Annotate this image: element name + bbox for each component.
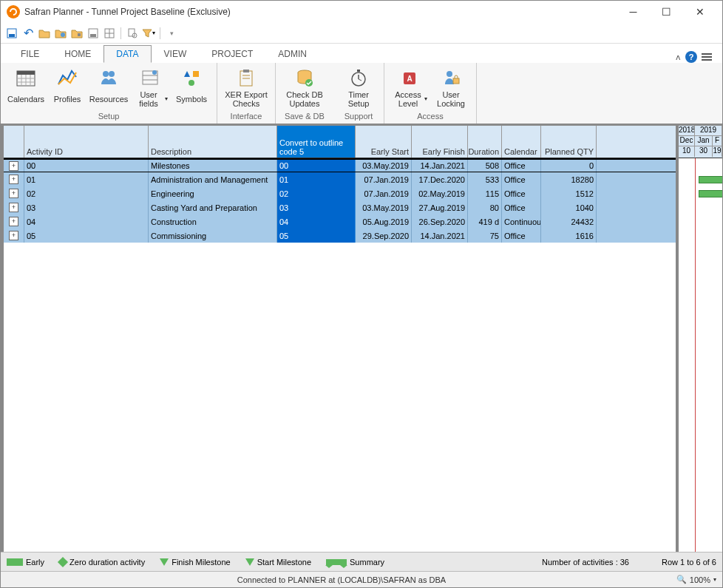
close-button[interactable]: ✕	[683, 1, 716, 22]
cell-cal[interactable]: Office	[502, 172, 541, 186]
gantt-bar[interactable]	[699, 190, 722, 197]
cell-convert[interactable]: 03	[277, 200, 356, 214]
table-row[interactable]: +00Milestones0003.May.201914.Jan.2021508…	[4, 158, 676, 172]
timer-setup-button[interactable]: Timer Setup	[338, 66, 379, 110]
expand-cell[interactable]: +	[4, 172, 24, 186]
col-activity-id[interactable]: Activity ID	[24, 126, 149, 158]
plus-icon[interactable]: +	[9, 203, 18, 212]
cell-dur[interactable]: 115	[468, 186, 502, 200]
grid-icon[interactable]	[103, 27, 116, 40]
col-early-start[interactable]: Early Start	[356, 126, 412, 158]
cell-dur[interactable]: 508	[468, 160, 502, 172]
filter-icon[interactable]: ▾	[142, 27, 155, 40]
expand-cell[interactable]: +	[4, 229, 24, 243]
profiles-button[interactable]: Profiles	[47, 66, 88, 110]
access-level-button[interactable]: A Access Level ▾	[389, 66, 430, 110]
cell-es[interactable]: 07.Jan.2019	[356, 172, 412, 186]
cell-cal[interactable]: Continuou	[502, 214, 541, 229]
cell-convert[interactable]: 05	[277, 229, 356, 243]
cell-desc[interactable]: Milestones	[149, 160, 277, 172]
table-row[interactable]: +04Construction0405.Aug.201926.Sep.20204…	[4, 214, 676, 229]
cell-ef[interactable]: 14.Jan.2021	[412, 229, 468, 243]
cell-convert[interactable]: 02	[277, 186, 356, 200]
print-preview-icon[interactable]	[126, 27, 139, 40]
cell-cal[interactable]: Office	[502, 186, 541, 200]
tab-file[interactable]: FILE	[8, 45, 52, 63]
save-alt-icon[interactable]	[86, 27, 100, 40]
col-calendar[interactable]: Calendar	[502, 126, 541, 158]
cell-ef[interactable]: 17.Dec.2020	[412, 172, 468, 186]
tab-home[interactable]: HOME	[52, 45, 103, 63]
expand-cell[interactable]: +	[4, 186, 24, 200]
cell-id[interactable]: 04	[24, 214, 149, 229]
cell-dur[interactable]: 80	[468, 200, 502, 214]
cell-es[interactable]: 07.Jan.2019	[356, 186, 412, 200]
xer-export-button[interactable]: XER Export Checks	[222, 66, 271, 110]
cell-id[interactable]: 01	[24, 172, 149, 186]
cell-desc[interactable]: Casting Yard and Preparation	[149, 200, 277, 214]
cell-qty[interactable]: 1040	[541, 200, 597, 214]
user-fields-button[interactable]: User fields▾	[129, 66, 171, 110]
table-row[interactable]: +05Commissioning0529.Sep.202014.Jan.2021…	[4, 229, 676, 243]
check-db-button[interactable]: Check DB Updates	[280, 66, 329, 110]
table-row[interactable]: +02Engineering0207.Jan.201902.May.201911…	[4, 186, 676, 200]
cell-id[interactable]: 02	[24, 186, 149, 200]
col-duration[interactable]: Duration	[468, 126, 502, 158]
cell-qty[interactable]: 18280	[541, 172, 597, 186]
expand-cell[interactable]: +	[4, 160, 24, 172]
undo-icon[interactable]: ↶	[21, 27, 35, 40]
help-icon[interactable]: ?	[685, 51, 697, 63]
cell-cal[interactable]: Office	[502, 229, 541, 243]
col-early-finish[interactable]: Early Finish	[412, 126, 468, 158]
col-description[interactable]: Description	[149, 126, 277, 158]
calendars-button[interactable]: Calendars	[5, 66, 47, 110]
cell-dur[interactable]: 419 d	[468, 214, 502, 229]
plus-icon[interactable]: +	[9, 189, 18, 198]
cell-id[interactable]: 00	[24, 160, 149, 172]
table-row[interactable]: +03Casting Yard and Preparation0303.May.…	[4, 200, 676, 214]
maximize-button[interactable]: ☐	[650, 1, 683, 22]
cell-id[interactable]: 05	[24, 229, 149, 243]
cell-id[interactable]: 03	[24, 200, 149, 214]
cell-convert[interactable]: 04	[277, 214, 356, 229]
user-locking-button[interactable]: User Locking	[430, 66, 472, 110]
plus-icon[interactable]: +	[9, 231, 18, 240]
tab-data[interactable]: DATA	[103, 45, 151, 63]
cell-qty[interactable]: 1616	[541, 229, 597, 243]
cell-desc[interactable]: Engineering	[149, 186, 277, 200]
gantt-body[interactable]	[679, 158, 722, 552]
gantt-bar[interactable]	[699, 176, 722, 183]
cell-desc[interactable]: Commissioning	[149, 229, 277, 243]
col-expander[interactable]	[4, 126, 24, 158]
plus-icon[interactable]: +	[9, 217, 18, 226]
cell-es[interactable]: 05.Aug.2019	[356, 214, 412, 229]
tab-view[interactable]: VIEW	[152, 45, 200, 63]
symbols-button[interactable]: Symbols	[171, 66, 212, 110]
table-row[interactable]: +01Administration and Management0107.Jan…	[4, 172, 676, 186]
resources-button[interactable]: Resources	[88, 66, 129, 110]
tab-admin[interactable]: ADMIN	[265, 45, 319, 63]
cell-desc[interactable]: Administration and Management	[149, 172, 277, 186]
cell-cal[interactable]: Office	[502, 200, 541, 214]
open-icon[interactable]	[38, 27, 51, 40]
cell-ef[interactable]: 26.Sep.2020	[412, 214, 468, 229]
cell-ef[interactable]: 14.Jan.2021	[412, 160, 468, 172]
cell-es[interactable]: 29.Sep.2020	[356, 229, 412, 243]
minimize-button[interactable]: ─	[617, 1, 650, 22]
col-planned-qty[interactable]: Planned QTY	[541, 126, 597, 158]
cell-cal[interactable]: Office	[502, 160, 541, 172]
cell-dur[interactable]: 533	[468, 172, 502, 186]
zoom-control[interactable]: 🔍 100% ▾	[676, 575, 716, 584]
plus-icon[interactable]: +	[9, 161, 18, 171]
ribbon-collapse-icon[interactable]: ʌ	[676, 53, 681, 62]
cell-ef[interactable]: 27.Aug.2019	[412, 200, 468, 214]
open-project-icon[interactable]	[54, 27, 67, 40]
col-convert[interactable]: Convert to outline code 5	[277, 126, 356, 158]
cell-ef[interactable]: 02.May.2019	[412, 186, 468, 200]
open-readonly-icon[interactable]	[70, 27, 84, 40]
cell-convert[interactable]: 01	[277, 172, 356, 186]
grid-body[interactable]: +00Milestones0003.May.201914.Jan.2021508…	[4, 158, 676, 552]
cell-dur[interactable]: 75	[468, 229, 502, 243]
cell-desc[interactable]: Construction	[149, 214, 277, 229]
menu-icon[interactable]	[702, 53, 712, 61]
